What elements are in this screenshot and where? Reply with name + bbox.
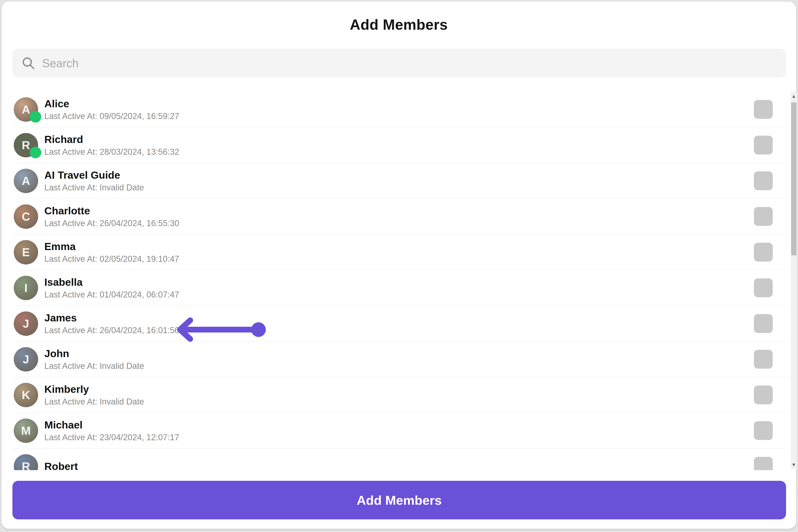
avatar-image: K [14, 383, 38, 407]
avatar: I [14, 276, 38, 300]
avatar: J [14, 311, 38, 336]
member-text: Charlotte Last Active At: 26/04/2024, 16… [44, 206, 179, 227]
member-last-active: Last Active At: 28/03/2024, 13:56:32 [44, 148, 179, 156]
member-text: James Last Active At: 26/04/2024, 16:01:… [44, 312, 179, 335]
member-name: Emma [44, 241, 179, 252]
avatar-image: I [14, 276, 38, 300]
member-row[interactable]: R Richard Last Active At: 28/03/2024, 13… [13, 128, 786, 163]
member-checkbox[interactable] [754, 171, 773, 190]
member-checkbox[interactable] [754, 457, 773, 470]
member-name: Alice [44, 98, 179, 109]
search-bar[interactable] [13, 49, 786, 78]
member-checkbox[interactable] [754, 100, 773, 119]
avatar-image: M [14, 418, 38, 443]
add-members-dialog: Add Members A Alice Last Active At: 09/0… [1, 1, 796, 529]
member-name: Kimberly [44, 384, 144, 394]
avatar: C [14, 204, 38, 229]
member-row[interactable]: A Alice Last Active At: 09/05/2024, 16:5… [13, 92, 786, 128]
member-checkbox[interactable] [754, 385, 773, 404]
member-checkbox[interactable] [754, 279, 773, 297]
member-checkbox[interactable] [754, 207, 773, 226]
member-row[interactable]: R Robert [13, 449, 786, 470]
member-text: Emma Last Active At: 02/05/2024, 19:10:4… [44, 241, 179, 263]
member-name: Isabella [44, 277, 179, 287]
avatar: A [14, 169, 38, 193]
avatar: J [14, 347, 38, 372]
member-name: Richard [44, 134, 179, 145]
avatar: A [14, 97, 38, 122]
member-checkbox[interactable] [754, 350, 773, 368]
member-last-active: Last Active At: 26/04/2024, 16:55:30 [44, 219, 179, 227]
member-row[interactable]: I Isabella Last Active At: 01/04/2024, 0… [13, 270, 786, 306]
member-text: AI Travel Guide Last Active At: Invalid … [44, 170, 144, 192]
scroll-down-arrow-icon[interactable]: ▼ [791, 460, 797, 469]
member-checkbox[interactable] [754, 243, 773, 262]
search-icon [21, 56, 36, 70]
member-checkbox[interactable] [754, 136, 773, 154]
member-text: Kimberly Last Active At: Invalid Date [44, 384, 144, 406]
member-name: James [44, 312, 179, 323]
member-last-active: Last Active At: 23/04/2024, 12:07:17 [44, 433, 179, 441]
avatar: R [14, 133, 38, 157]
member-last-active: Last Active At: Invalid Date [44, 362, 144, 370]
avatar-image: C [14, 204, 38, 229]
member-name: John [44, 348, 144, 359]
member-text: Robert [44, 461, 78, 470]
avatar: R [14, 454, 38, 470]
member-text: John Last Active At: Invalid Date [44, 348, 144, 370]
avatar-image: J [14, 311, 38, 336]
member-last-active: Last Active At: 01/04/2024, 06:07:47 [44, 290, 179, 299]
avatar: E [14, 240, 38, 264]
member-last-active: Last Active At: 09/05/2024, 16:59:27 [44, 112, 179, 120]
member-row[interactable]: M Michael Last Active At: 23/04/2024, 12… [13, 413, 786, 449]
member-last-active: Last Active At: Invalid Date [44, 183, 144, 192]
member-row[interactable]: E Emma Last Active At: 02/05/2024, 19:10… [13, 234, 786, 270]
member-name: Michael [44, 420, 179, 430]
add-members-button[interactable]: Add Members [13, 481, 786, 519]
member-text: Michael Last Active At: 23/04/2024, 12:0… [44, 420, 179, 441]
avatar-image: A [14, 169, 38, 193]
avatar: M [14, 418, 38, 443]
avatar-image: R [14, 454, 38, 470]
member-row[interactable]: K Kimberly Last Active At: Invalid Date [13, 377, 786, 413]
avatar-image: J [14, 347, 38, 372]
online-status-dot [30, 111, 41, 122]
member-checkbox[interactable] [754, 421, 773, 440]
member-row[interactable]: A AI Travel Guide Last Active At: Invali… [13, 163, 786, 199]
member-last-active: Last Active At: 26/04/2024, 16:01:56 [44, 326, 179, 335]
member-row[interactable]: J John Last Active At: Invalid Date [13, 342, 786, 377]
member-name: Robert [44, 461, 78, 470]
member-row[interactable]: J James Last Active At: 26/04/2024, 16:0… [13, 306, 786, 342]
member-row[interactable]: C Charlotte Last Active At: 26/04/2024, … [13, 199, 786, 234]
list-scrollbar[interactable]: ▲ ▼ [791, 92, 797, 469]
member-name: Charlotte [44, 206, 179, 216]
member-list: A Alice Last Active At: 09/05/2024, 16:5… [13, 92, 786, 470]
online-status-dot [30, 147, 41, 158]
member-name: AI Travel Guide [44, 170, 144, 180]
member-text: Alice Last Active At: 09/05/2024, 16:59:… [44, 98, 179, 120]
member-last-active: Last Active At: Invalid Date [44, 397, 144, 406]
member-text: Isabella Last Active At: 01/04/2024, 06:… [44, 277, 179, 299]
scrollbar-thumb[interactable] [791, 102, 796, 255]
member-last-active: Last Active At: 02/05/2024, 19:10:47 [44, 255, 179, 263]
scroll-up-arrow-icon[interactable]: ▲ [791, 92, 797, 101]
member-text: Richard Last Active At: 28/03/2024, 13:5… [44, 134, 179, 156]
search-input[interactable] [42, 57, 777, 70]
avatar-image: E [14, 240, 38, 264]
member-checkbox[interactable] [754, 314, 773, 333]
page-title: Add Members [2, 16, 796, 33]
avatar: K [14, 383, 38, 407]
